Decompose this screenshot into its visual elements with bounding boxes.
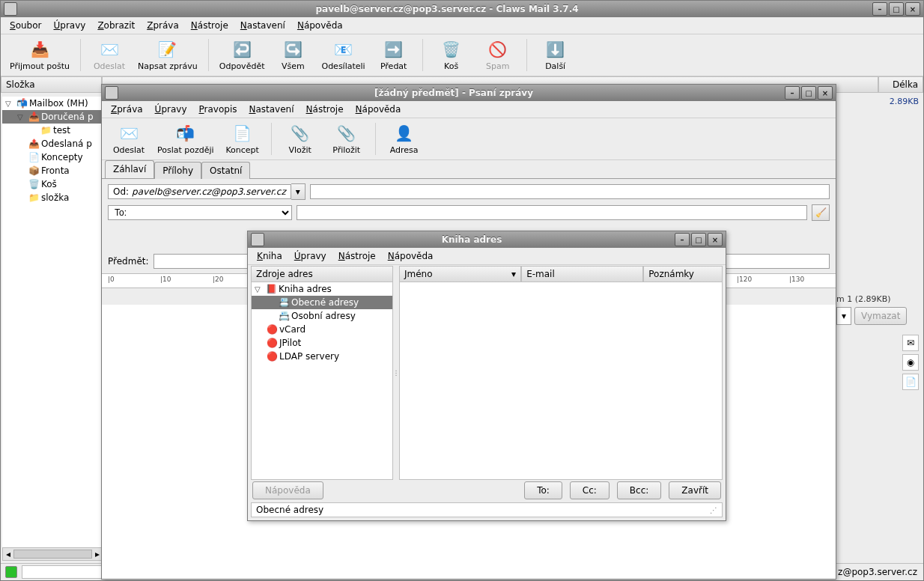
expander-icon[interactable]: ▽ <box>17 113 26 121</box>
folder-scrollbar[interactable]: ◂ ▸ <box>2 547 103 561</box>
tool-napsat-zprávu[interactable]: 📝Napsat zprávu <box>133 37 202 73</box>
tool-všem[interactable]: ↪️Všem <box>270 37 315 73</box>
folder-tree[interactable]: ▽ 📬 Mailbox (MH) ▽📥Doručená p📁test📤Odesl… <box>2 97 103 561</box>
menu-nastavení[interactable]: Nastavení <box>236 19 290 32</box>
tool-přiložit[interactable]: 📎Přiložit <box>324 121 369 156</box>
minimize-button[interactable]: – <box>872 2 887 16</box>
bcc-button[interactable]: Bcc: <box>617 481 661 499</box>
menu-nastavení[interactable]: Nastavení <box>244 103 298 116</box>
tool-vložit[interactable]: 📎Vložit <box>278 121 323 156</box>
maximize-button[interactable]: □ <box>889 2 904 16</box>
source-osobní-adresy[interactable]: 📇Osobní adresy <box>252 309 392 323</box>
from-value: pavelb@server.cz@pop3.server.cz <box>132 186 286 197</box>
sources-header[interactable]: Zdroje adres <box>251 266 393 282</box>
tool-poslat-později[interactable]: 📬Poslat později <box>153 121 219 156</box>
to-input[interactable] <box>297 205 807 220</box>
tool-koncept[interactable]: 📄Koncept <box>220 121 265 156</box>
tool-další[interactable]: ⬇️Další <box>533 37 578 73</box>
folder-složka[interactable]: 📁složka <box>2 191 102 204</box>
folder-koš[interactable]: 🗑️Koš <box>2 177 102 191</box>
menu-úpravy[interactable]: Úpravy <box>151 103 192 116</box>
source-jpilot[interactable]: 🔴JPilot <box>252 336 392 350</box>
close-button[interactable]: × <box>905 2 920 16</box>
broom-icon[interactable]: 🧹 <box>812 204 830 221</box>
source-root[interactable]: ▽ 📕 Kniha adres <box>252 282 392 296</box>
tool-koš[interactable]: 🗑️Koš <box>429 37 474 73</box>
address-list[interactable] <box>399 282 723 480</box>
tab-header[interactable]: Záhlaví <box>105 160 154 178</box>
addressbook-statusbar: Obecné adresy ⋰ <box>251 502 723 517</box>
subject-label: Předmět: <box>108 256 149 267</box>
tool-přijmout-poštu[interactable]: 📥Přijmout poštu <box>5 37 74 73</box>
cc-button[interactable]: Cc: <box>570 481 610 499</box>
menu-soubor[interactable]: Soubor <box>5 19 46 32</box>
source-icon: 🔴 <box>267 351 277 362</box>
minimize-button[interactable]: – <box>675 233 690 246</box>
dropdown-arrow-icon[interactable]: ▾ <box>836 307 851 325</box>
menu-úpravy[interactable]: Úpravy <box>290 249 331 263</box>
tool-odeslat[interactable]: ✉️Odeslat <box>87 37 132 73</box>
help-button[interactable]: Nápověda <box>252 481 323 499</box>
address-source-tree[interactable]: ▽ 📕 Kniha adres 📇Obecné adresy📇Osobní ad… <box>251 282 393 480</box>
tab-other[interactable]: Ostatní <box>201 162 250 179</box>
from-dropdown[interactable]: ▾ <box>291 183 306 200</box>
close-button[interactable]: × <box>818 86 833 100</box>
menu-nástroje[interactable]: Nástroje <box>186 19 233 32</box>
menu-zpráva[interactable]: Zpráva <box>142 19 183 32</box>
tool-spam[interactable]: 🚫Spam <box>475 37 520 73</box>
message-icon[interactable]: ◉ <box>902 354 919 371</box>
tool-odpovědět[interactable]: ↩️Odpovědět <box>215 37 270 73</box>
menu-zobrazit[interactable]: Zobrazit <box>93 19 139 32</box>
close-button[interactable]: × <box>708 233 723 246</box>
resize-grip-icon[interactable]: ⋰ <box>710 506 717 514</box>
expander-icon[interactable]: ▽ <box>5 100 14 108</box>
book-icon: 📕 <box>266 284 276 294</box>
menu-kniha[interactable]: Kniha <box>252 249 287 263</box>
tool-adresa[interactable]: 👤Adresa <box>382 121 427 156</box>
maximize-button[interactable]: □ <box>691 233 706 246</box>
tool-předat[interactable]: ➡️Předat <box>371 37 416 73</box>
tool-odesílateli[interactable]: 📧Odesílateli <box>317 37 369 73</box>
online-status-icon[interactable] <box>5 566 17 578</box>
col-name[interactable]: Jméno▾ <box>399 266 521 282</box>
main-title: pavelb@server.cz@pop3.server.cz - Claws … <box>22 4 872 14</box>
menu-pravopis[interactable]: Pravopis <box>195 103 242 116</box>
tab-attachments[interactable]: Přílohy <box>154 162 201 179</box>
clear-button[interactable]: Vymazat <box>854 307 907 325</box>
menu-nápověda[interactable]: Nápověda <box>351 103 406 116</box>
length-column-header[interactable]: Délka <box>878 76 923 93</box>
folder-fronta[interactable]: 📦Fronta <box>2 164 102 177</box>
text-icon[interactable]: 📄 <box>902 374 919 390</box>
folder-doručená-p[interactable]: ▽📥Doručená p <box>2 110 102 124</box>
folder-column-header[interactable]: Složka <box>1 76 102 93</box>
menu-nástroje[interactable]: Nástroje <box>302 103 348 116</box>
attachment-icon[interactable]: ✉ <box>902 335 919 351</box>
menu-nápověda[interactable]: Nápověda <box>383 249 438 263</box>
tool-odeslat[interactable]: ✉️Odeslat <box>106 121 151 156</box>
col-email[interactable]: E-mail <box>521 266 643 282</box>
addressbook-window: Kniha adres – □ × KnihaÚpravyNástrojeNáp… <box>247 231 726 521</box>
odeslat-icon: ✉️ <box>99 39 120 60</box>
folder-odeslaná-p[interactable]: 📤Odeslaná p <box>2 137 102 150</box>
source-vcard[interactable]: 🔴vCard <box>252 323 392 336</box>
menu-zpráva[interactable]: Zpráva <box>106 103 148 116</box>
expander-icon[interactable]: ▽ <box>255 285 264 293</box>
folder-test[interactable]: 📁test <box>2 124 102 137</box>
minimize-button[interactable]: – <box>785 86 800 100</box>
folder-koncepty[interactable]: 📄Koncepty <box>2 150 102 164</box>
menu-nástroje[interactable]: Nástroje <box>334 249 380 263</box>
menu-úpravy[interactable]: Úpravy <box>49 19 90 32</box>
header-panel: Od: pavelb@server.cz@pop3.server.cz ▾ To… <box>102 179 836 225</box>
source-ldap-servery[interactable]: 🔴LDAP servery <box>252 350 392 363</box>
source-obecné-adresy[interactable]: 📇Obecné adresy <box>252 296 392 309</box>
menu-nápověda[interactable]: Nápověda <box>293 19 347 32</box>
scroll-left-icon[interactable]: ◂ <box>3 549 13 559</box>
folder-root[interactable]: ▽ 📬 Mailbox (MH) <box>2 97 102 110</box>
to-button[interactable]: To: <box>524 481 562 499</box>
maximize-button[interactable]: □ <box>801 86 816 100</box>
recipient-type-select[interactable]: To: <box>108 205 292 220</box>
from-extra-input[interactable] <box>310 184 830 199</box>
close-dialog-button[interactable]: Zavřít <box>669 481 721 499</box>
col-notes[interactable]: Poznámky <box>643 266 723 282</box>
pane-splitter[interactable]: ⋮ <box>393 266 399 480</box>
